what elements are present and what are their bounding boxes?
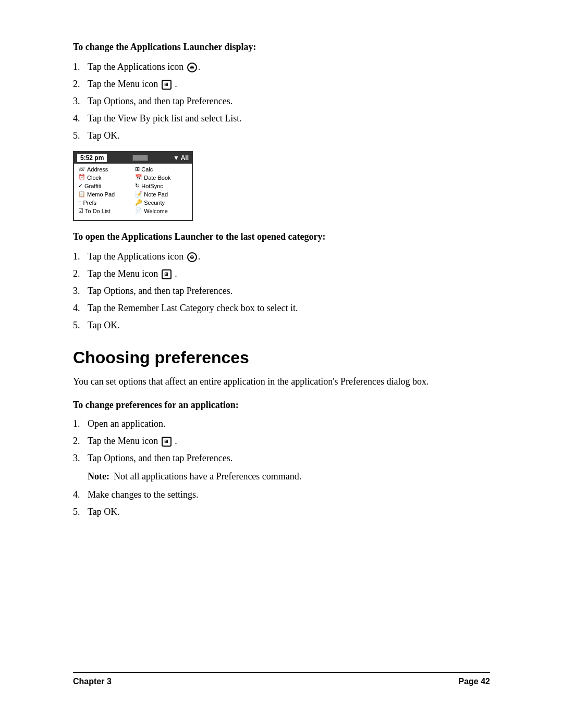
section-heading-2: To open the Applications Launcher to the… [73,231,490,242]
chapter-heading: Choosing preferences [73,348,490,367]
device-row-2: ⏰Clock 📅Date Book [78,174,188,181]
section-change-display: To change the Applications Launcher disp… [73,42,490,221]
memopad-icon: 📋 [78,191,85,198]
step-2-2: 2. Tap the Menu icon ⊞ . [73,267,490,281]
steps-list-1: 1. Tap the Applications icon ⊕. 2. Tap t… [73,60,490,143]
step-2-4: 4. Tap the Remember Last Category check … [73,301,490,315]
step-2-1: 1. Tap the Applications icon ⊕. [73,250,490,264]
device-item-todolist: ☑To Do List [78,207,131,214]
prefs-steps-list: 1. Open an application. 2. Tap the Menu … [73,417,490,465]
menu-icon-1: ⊞ [162,80,172,90]
intro-paragraph: You can set options that affect an entir… [73,375,490,389]
subsection-heading: To change preferences for an application… [73,400,490,411]
notepad-icon: 📝 [135,191,142,198]
graffiti-icon: ✓ [78,182,83,189]
prefs-extra-steps-list: 4. Make changes to the settings. 5. Tap … [73,488,490,519]
device-item-prefs: ≡Prefs [78,199,131,206]
welcome-icon: 📄 [135,207,142,214]
address-icon: ☏ [78,166,85,172]
device-item-memopad: 📋Memo Pad [78,191,131,198]
hotsync-icon: ↻ [135,182,140,189]
section-open-last-category: To open the Applications Launcher to the… [73,231,490,332]
applications-icon-2: ⊕ [187,252,197,262]
applications-icon-1: ⊕ [187,63,197,72]
section-heading-1: To change the Applications Launcher disp… [73,42,490,53]
datebook-icon: 📅 [135,174,142,181]
step-1-3: 3. Tap Options, and then tap Preferences… [73,94,490,108]
note-label: Note: [88,470,109,484]
step-1-1: 1. Tap the Applications icon ⊕. [73,60,490,74]
device-row-4: 📋Memo Pad 📝Note Pad [78,191,188,198]
step-1-2: 2. Tap the Menu icon ⊞ . [73,77,490,91]
device-item-address: ☏Address [78,166,131,172]
device-battery [132,155,148,161]
device-row-6: ☑To Do List 📄Welcome [78,207,188,214]
step-1-5: 5. Tap OK. [73,129,490,143]
device-item-calc: ⊞Calc [135,166,188,172]
prefs-step-2: 2. Tap the Menu icon ⊞ . [73,434,490,448]
page-footer: Chapter 3 Page 42 [73,672,490,686]
footer-page: Page 42 [459,677,490,686]
menu-icon-3: ⊞ [162,437,172,447]
clock-icon: ⏰ [78,174,85,181]
device-item-graffiti: ✓Graffiti [78,182,131,189]
device-time: 5:52 pm [77,154,107,162]
device-row-1: ☏Address ⊞Calc [78,166,188,172]
device-item-hotsync: ↻HotSync [135,182,188,189]
section-choosing-preferences: Choosing preferences You can set options… [73,348,490,519]
footer-chapter: Chapter 3 [73,677,112,686]
steps-list-2: 1. Tap the Applications icon ⊕. 2. Tap t… [73,250,490,332]
device-item-security: 🔑Security [135,199,188,206]
step-1-4: 4. Tap the View By pick list and select … [73,112,490,126]
calc-icon: ⊞ [135,166,140,172]
security-icon: 🔑 [135,199,142,206]
note-block: Note: Not all applications have a Prefer… [88,470,490,484]
content-area: To change the Applications Launcher disp… [73,42,490,657]
device-row-5: ≡Prefs 🔑Security [78,199,188,206]
device-item-welcome: 📄Welcome [135,207,188,214]
device-item-notepad: 📝Note Pad [135,191,188,198]
todolist-icon: ☑ [78,207,83,214]
device-item-datebook: 📅Date Book [135,174,188,181]
menu-icon-2: ⊞ [162,269,172,279]
device-header: 5:52 pm ▼ All [74,152,192,164]
step-2-5: 5. Tap OK. [73,318,490,332]
device-row-3: ✓Graffiti ↻HotSync [78,182,188,189]
prefs-step-4: 4. Make changes to the settings. [73,488,490,502]
prefs-step-5: 5. Tap OK. [73,505,490,519]
prefs-icon: ≡ [78,200,81,206]
device-item-clock: ⏰Clock [78,174,131,181]
step-2-3: 3. Tap Options, and then tap Preferences… [73,284,490,298]
page: To change the Applications Launcher disp… [0,0,563,728]
note-text: Not all applications have a Preferences … [114,470,301,484]
device-category: ▼ All [173,154,189,162]
device-body: ☏Address ⊞Calc ⏰Clock 📅Date Book ✓Graffi… [74,164,192,220]
prefs-step-3: 3. Tap Options, and then tap Preferences… [73,451,490,465]
device-screenshot: 5:52 pm ▼ All ☏Address ⊞Calc ⏰Clock 📅Dat… [73,151,193,221]
prefs-step-1: 1. Open an application. [73,417,490,431]
